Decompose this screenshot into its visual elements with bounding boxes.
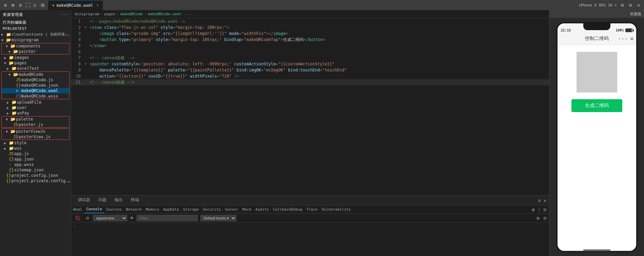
tree-item-makeqrcode[interactable]: ▼ 📂 makeQRCode bbox=[2, 72, 69, 77]
code-editor[interactable]: 1 <!--pages/makeQRCode/makeQRCode.wxml--… bbox=[71, 18, 549, 195]
tree-item-components[interactable]: ▼ 📂 components bbox=[2, 43, 69, 49]
subtab-callbackdebug[interactable]: CallbackDebug bbox=[271, 206, 304, 213]
tree-item-app-wxss[interactable]: ~ app.wxss bbox=[0, 162, 71, 167]
sidebar-more-icon[interactable]: ··· bbox=[60, 13, 68, 17]
console-toolbar: 🚫 ⊘ appservice 👁 Default levels ▾ ⚙ ⊡ bbox=[71, 214, 549, 223]
tree-item-painter-js[interactable]: JS painter.js bbox=[2, 122, 69, 127]
tree-item-pages[interactable]: ▼ 📂 pages bbox=[0, 60, 71, 66]
git-icon[interactable]: ⛶ bbox=[25, 2, 31, 8]
arrow-icon: ▶ bbox=[7, 111, 12, 115]
subtab-sources[interactable]: Sources bbox=[104, 206, 124, 213]
breadcrumb: miniprogram › pages › makeQRCode › makeQ… bbox=[71, 10, 549, 18]
panel-collapse-icon[interactable]: ∧ bbox=[538, 198, 541, 203]
tree-item-miniprogram[interactable]: ▼ 📂 miniprogram bbox=[0, 37, 71, 43]
tree-item-images[interactable]: ▶ 📁 images bbox=[0, 55, 71, 60]
subtab-appdata[interactable]: AppData bbox=[161, 206, 181, 213]
console-clear-btn[interactable]: 🚫 bbox=[74, 215, 82, 221]
phone-preview: 热重载 22:15 100% 控制二维码 bbox=[549, 10, 644, 256]
subtab-security[interactable]: Security bbox=[201, 206, 223, 213]
code-line-11: 11 <!-- canvas隐藏 --> bbox=[71, 79, 549, 85]
close-icon[interactable]: ✕ bbox=[636, 2, 641, 8]
project-title: MYBLOGTEST bbox=[0, 26, 71, 31]
console-eye-icon[interactable]: 👁 bbox=[130, 216, 134, 220]
tree-item-painter-folder[interactable]: ▼ 📂 painter bbox=[2, 49, 69, 54]
subtab-vulnerability[interactable]: Vulnerability bbox=[319, 206, 353, 213]
device-selector[interactable]: iPhone X 85% 16 ▾ bbox=[579, 3, 617, 7]
tree-item-wxpay[interactable]: ▶ 📁 wxPay bbox=[0, 110, 71, 116]
console-more-icon[interactable]: ⋮ bbox=[537, 207, 542, 212]
tree-item-project-config[interactable]: {} project.config.json bbox=[0, 173, 71, 178]
arrow-icon: ▶ bbox=[7, 67, 12, 70]
tab-close-button[interactable]: × bbox=[97, 3, 99, 7]
tree-item-makeqrcode-wxml[interactable]: ⊛ makeQRCode.wxml bbox=[2, 88, 69, 93]
tree-item-makeqrcode-js[interactable]: JS makeQRCode.js bbox=[2, 77, 69, 83]
subtab-console[interactable]: Console bbox=[84, 206, 104, 213]
console-filter-input[interactable] bbox=[137, 215, 198, 221]
tree-item-cloudfunctions[interactable]: ▶ 📁 cloudfunctions | 当前环境: blo... bbox=[0, 31, 71, 37]
console-settings-gear[interactable]: ⚙ bbox=[536, 215, 539, 221]
wxml-file-icon: ⊛ bbox=[16, 88, 21, 93]
phone-nav-record-icon[interactable]: ⊙ bbox=[630, 36, 633, 41]
tree-item-makeqrcode-wxss[interactable]: CSS makeQRCode.wxss bbox=[2, 93, 69, 99]
title-bar: ≡ ⊞ ⊙ ⛶ ▷ ⧉ ◈ makeQRCode.wxml × iPhone X… bbox=[0, 0, 644, 10]
tree-item-app-js[interactable]: JS app.js bbox=[0, 151, 71, 156]
subtab-memory[interactable]: Memory bbox=[144, 206, 161, 213]
search-icon[interactable]: ⊙ bbox=[18, 2, 23, 8]
tab-debugger[interactable]: 调试器 bbox=[74, 195, 94, 206]
menu-icon[interactable]: ≡ bbox=[3, 2, 8, 8]
tree-item-style[interactable]: ▶ 📁 style bbox=[0, 140, 71, 146]
arrow-icon: ▼ bbox=[6, 118, 11, 121]
subtab-trace[interactable]: Trace bbox=[304, 206, 319, 213]
console-layout-icon[interactable]: ⊡ bbox=[544, 215, 546, 221]
subtab-wxml[interactable]: Wxml bbox=[71, 206, 84, 213]
tree-item-label: uploadFile bbox=[17, 100, 71, 105]
phone-screen: 22:15 100% 控制二维码 ··· ⊙ bbox=[556, 22, 638, 252]
console-context-select[interactable]: appservice bbox=[93, 215, 127, 221]
code-line-4: 4 <button type="primary" style="margin-t… bbox=[71, 37, 549, 43]
tree-item-exceltest[interactable]: ▶ 📁 excelTest bbox=[0, 66, 71, 71]
tree-item-makeqrcode-json[interactable]: {} makeQRCode.json bbox=[2, 83, 69, 88]
extensions-icon[interactable]: ⧉ bbox=[40, 2, 45, 8]
phone-nav-more-icon[interactable]: ··· bbox=[618, 36, 628, 42]
console-filter-btn[interactable]: ⊘ bbox=[84, 215, 91, 221]
split-editor-icon[interactable]: ⊟ bbox=[620, 2, 625, 8]
folder-icon: 📁 bbox=[9, 141, 14, 145]
panel-close-icon[interactable]: ✕ bbox=[544, 198, 546, 203]
subtab-storage[interactable]: Storage bbox=[181, 206, 201, 213]
tab-output[interactable]: 输出 bbox=[111, 195, 127, 206]
tree-item-palette[interactable]: ▼ 📂 palette bbox=[2, 116, 69, 122]
breadcrumb-miniprogram[interactable]: miniprogram bbox=[75, 12, 99, 16]
debug-icon[interactable]: ▷ bbox=[33, 2, 38, 8]
json-file-icon: {} bbox=[6, 173, 12, 178]
breadcrumb-file[interactable]: makeQRCode.wxml bbox=[148, 12, 181, 16]
open-editors-title[interactable]: 打开的编辑器 bbox=[0, 19, 71, 26]
breadcrumb-makeqrcode[interactable]: makeQRCode bbox=[120, 12, 143, 16]
console-level-select[interactable]: Default levels ▾ bbox=[200, 215, 236, 221]
explorer-title: 资源管理器 bbox=[3, 12, 23, 17]
tree-item-app-json[interactable]: {} app.json bbox=[0, 156, 71, 162]
tree-item-sitemap-json[interactable]: {} sitemap.json bbox=[0, 167, 71, 173]
active-tab[interactable]: ◈ makeQRCode.wxml × bbox=[48, 0, 103, 10]
breadcrumb-more[interactable]: ... bbox=[187, 12, 193, 16]
subtab-audits[interactable]: Audits bbox=[253, 206, 271, 213]
generate-qr-button[interactable]: 生成二维码 bbox=[571, 99, 622, 112]
tree-item-posterviewjs[interactable]: ▼ 📂 posterViewJs bbox=[2, 129, 69, 134]
panel-tab-actions: ∧ ✕ bbox=[538, 198, 546, 203]
console-settings-icon[interactable]: ⚙ bbox=[532, 207, 534, 212]
tree-item-posterview-js[interactable]: JS posterView.js bbox=[2, 134, 69, 140]
tab-terminal[interactable]: 终端 bbox=[127, 195, 143, 206]
folder-icon: 📁 bbox=[12, 111, 17, 115]
tab-problems[interactable]: 问题 bbox=[94, 195, 111, 206]
tree-item-wxs[interactable]: ▶ 📁 wxs bbox=[0, 146, 71, 151]
tree-item-user[interactable]: ▶ 📁 user bbox=[0, 105, 71, 110]
console-prompt[interactable]: › bbox=[71, 223, 549, 230]
maximize-icon[interactable]: ⊡ bbox=[628, 2, 633, 8]
tree-item-uploadfile[interactable]: ▶ 📁 uploadFile bbox=[0, 100, 71, 105]
subtab-mock[interactable]: Mock bbox=[240, 206, 254, 213]
subtab-network[interactable]: Network bbox=[124, 206, 143, 213]
subtab-sensor[interactable]: Sensor bbox=[223, 206, 240, 213]
console-dock-icon[interactable]: ⊡ bbox=[544, 207, 546, 212]
tree-item-project-private-config[interactable]: {} project.private.config.json bbox=[0, 178, 71, 184]
explorer-icon[interactable]: ⊞ bbox=[10, 2, 16, 8]
breadcrumb-pages[interactable]: pages bbox=[104, 12, 115, 16]
